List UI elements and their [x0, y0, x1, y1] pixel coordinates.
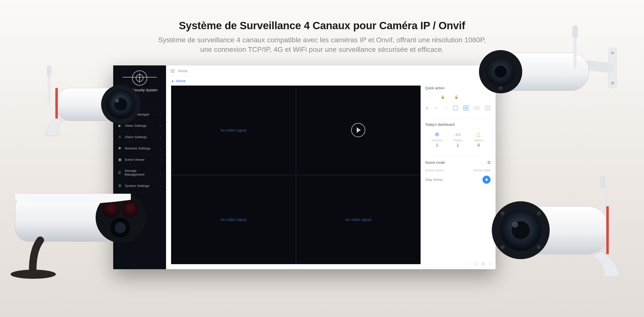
svg-point-17 — [611, 82, 614, 85]
breadcrumb-dot-icon: ● — [172, 79, 174, 83]
svg-rect-1 — [55, 88, 58, 121]
tray-disk-icon[interactable]: ⌂ — [468, 261, 470, 267]
chevron-down-icon: ⌄ — [159, 171, 162, 174]
divider — [425, 155, 491, 155]
video-cell-3[interactable]: No video signal — [171, 175, 296, 264]
video-cell-4[interactable]: No video signal — [296, 175, 421, 264]
svg-point-16 — [611, 51, 614, 54]
sidebar-item-event-viewer[interactable]: ▣ Event Viewer ⌄ — [113, 154, 166, 165]
svg-point-14 — [11, 270, 56, 279]
scene-title: Scene mode — [425, 161, 445, 165]
play-icon[interactable] — [351, 123, 365, 137]
svg-rect-24 — [572, 25, 578, 39]
content: No video signal No video signal No video… — [166, 86, 496, 269]
chevron-down-icon: ⌄ — [159, 184, 162, 187]
video-grid: No video signal No video signal No video… — [171, 86, 421, 264]
svg-point-10 — [102, 200, 119, 217]
scene-col-state: Scene state — [473, 168, 491, 172]
dashboard-label: Videos — [448, 139, 468, 142]
video-cell-1[interactable]: No video signal — [171, 86, 296, 175]
chevron-down-icon: ⌄ — [159, 124, 162, 127]
qa-record-icon[interactable]: ◉ — [425, 104, 429, 112]
dashboard-title: Today's dashboard — [425, 123, 491, 127]
videos-icon: ▭ — [448, 131, 468, 138]
dashboard-alarms: △ Alarms 0 — [468, 131, 489, 148]
divider — [425, 117, 491, 117]
svg-point-33 — [501, 211, 505, 215]
dashboard-value: 0 — [468, 143, 489, 148]
sidebar-item-label: Event Viewer — [125, 158, 145, 162]
chevron-down-icon: ⌄ — [159, 135, 162, 139]
camera-illustration-top-right — [473, 25, 629, 116]
camera-illustration-bottom-right — [470, 176, 626, 282]
sidebar-item-label: Network Settings — [125, 146, 150, 150]
network-icon: ✱ — [118, 146, 122, 150]
svg-point-36 — [537, 245, 541, 249]
layout-4-icon[interactable] — [463, 104, 468, 112]
topbar: Home ⤢ — [166, 65, 496, 76]
svg-point-32 — [512, 222, 518, 228]
camera-illustration-top-left — [40, 65, 146, 141]
chevron-down-icon: ⌄ — [159, 112, 162, 116]
dashboard-label: Alarms — [468, 139, 489, 142]
dashboard-value: 1 — [448, 143, 468, 148]
no-signal-label: No video signal — [220, 217, 246, 222]
chevron-down-icon: ⌄ — [159, 158, 162, 161]
hamburger-icon[interactable] — [171, 69, 175, 72]
svg-rect-7 — [47, 65, 51, 75]
breadcrumb-home[interactable]: Home — [176, 79, 185, 83]
dashboard-label: Devices — [427, 139, 448, 142]
no-signal-label: No video signal — [220, 128, 246, 132]
dashboard-devices: ⊕ Devices 1 — [427, 131, 448, 148]
page-subtitle-line1: Système de surveillance 4 canaux compati… — [158, 36, 486, 44]
gear-icon[interactable]: ✿ — [487, 160, 491, 165]
qa-stop-icon[interactable]: ⊘ — [434, 104, 438, 112]
topbar-crumb: Home — [178, 69, 187, 73]
svg-point-22 — [499, 86, 503, 90]
dashboard-card: Today's dashboard ⊕ Devices 1 ▭ Videos 1 — [425, 123, 491, 149]
main: Home ⤢ ● Home No video signal No video s… — [166, 65, 496, 269]
svg-point-11 — [122, 200, 139, 217]
qa-lock-icon[interactable]: 🔒 — [439, 93, 447, 101]
chevron-down-icon: ⌄ — [159, 146, 162, 150]
svg-point-21 — [495, 66, 507, 78]
svg-point-35 — [501, 245, 505, 249]
scene-header: Scene mode ✿ — [425, 160, 491, 165]
svg-rect-28 — [606, 206, 609, 254]
layout-1-icon[interactable] — [453, 104, 458, 112]
video-cell-2[interactable] — [296, 86, 421, 175]
scene-col-name: Scene name — [425, 168, 444, 172]
svg-rect-26 — [600, 176, 606, 189]
scene-columns: Scene name Scene state — [425, 168, 491, 172]
no-signal-label: No video signal — [345, 217, 371, 222]
qa-home-icon[interactable]: ⌂ — [425, 93, 433, 101]
camera-illustration-bottom-left — [10, 174, 146, 279]
svg-point-13 — [115, 222, 126, 233]
dashboard-value: 1 — [427, 143, 448, 148]
qa-unlock-icon[interactable]: 🔓 — [452, 93, 460, 101]
app-window: Smart Security System ⌂ Home ▤ Device Ma… — [113, 65, 496, 269]
dashboard-videos: ▭ Videos 1 — [448, 131, 468, 148]
svg-point-34 — [537, 211, 541, 215]
breadcrumb: ● Home — [166, 76, 496, 86]
sidebar-item-network-settings[interactable]: ✱ Network Settings ⌄ — [113, 143, 166, 154]
alarms-icon: △ — [468, 131, 489, 138]
svg-point-5 — [115, 99, 119, 103]
devices-icon: ⊕ — [427, 131, 448, 138]
qa-add-icon[interactable]: ＋ — [444, 104, 448, 112]
event-icon: ▣ — [118, 157, 122, 162]
dashboard-row: ⊕ Devices 1 ▭ Videos 1 △ Alarms 0 — [425, 130, 491, 149]
scene-name: Stay Home — [425, 178, 442, 182]
page-subtitle-line2: une connexion TCP/IP, 4G et WiFi pour un… — [200, 46, 444, 53]
